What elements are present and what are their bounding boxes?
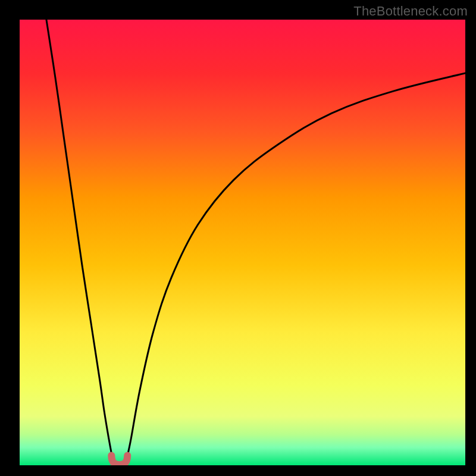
chart-canvas: [20, 20, 465, 465]
gradient-background: [20, 20, 465, 465]
watermark-text: TheBottleneck.com: [353, 4, 468, 19]
plot-area: [20, 20, 465, 465]
chart-frame: TheBottleneck.com: [0, 0, 476, 476]
